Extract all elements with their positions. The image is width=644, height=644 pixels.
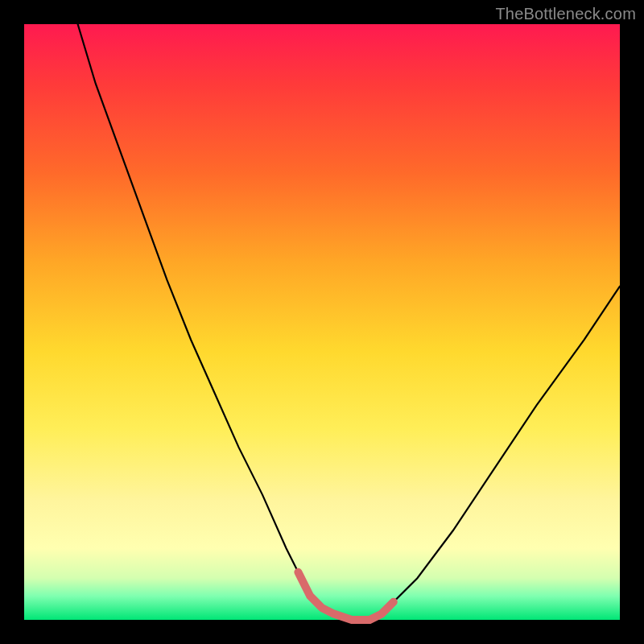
curve-layer: [24, 24, 620, 620]
valley-highlight: [298, 572, 393, 620]
plot-area: [24, 24, 620, 620]
chart-frame: TheBottleneck.com: [0, 0, 644, 644]
bottleneck-curve: [78, 24, 620, 620]
watermark-text: TheBottleneck.com: [495, 5, 636, 23]
